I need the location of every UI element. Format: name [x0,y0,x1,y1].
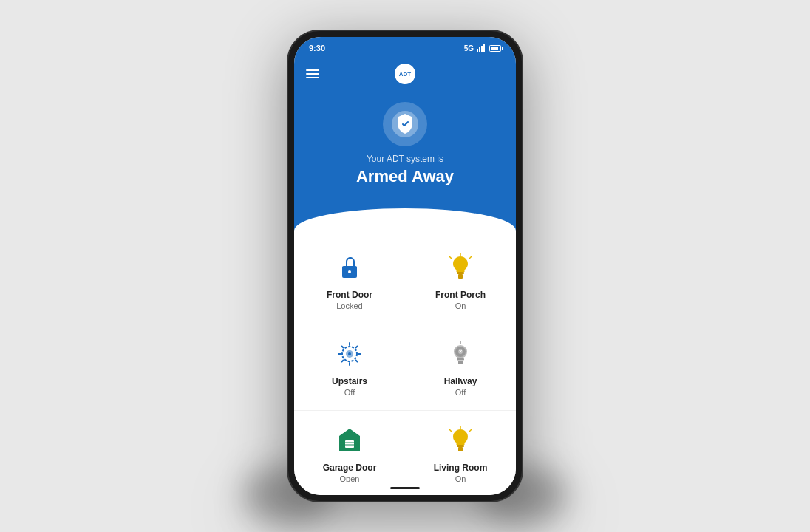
top-nav: ADT [294,58,516,90]
living-room-status: On [455,474,466,482]
battery-icon [489,45,501,52]
device-living-room[interactable]: Living Room On [405,411,516,482]
front-door-icon [333,251,366,284]
svg-rect-26 [345,440,354,448]
devices-grid: Front Door Locked [294,238,516,482]
hero-title: Armed Away [356,167,454,186]
adt-logo-text: ADT [399,71,411,78]
hallway-icon: × [444,338,477,370]
home-indicator [294,482,516,495]
hero-subtitle: Your ADT system is [367,154,443,164]
svg-line-16 [342,361,344,362]
shield-icon [392,111,418,137]
device-front-door[interactable]: Front Door Locked [294,238,405,324]
status-bar: 9:30 5G [294,37,516,58]
upstairs-icon [333,338,366,370]
svg-line-17 [356,361,358,362]
signal-strength-icon [477,44,485,52]
status-time: 9:30 [309,44,325,52]
device-garage-door[interactable]: Garage Door Open [294,411,405,482]
hallway-status: Off [455,388,466,397]
upstairs-name: Upstairs [332,376,367,386]
status-icons: 5G [464,44,501,52]
svg-line-33 [469,429,472,432]
svg-rect-4 [458,274,463,279]
svg-point-2 [348,270,351,273]
shield-icon-container[interactable] [383,102,427,146]
front-porch-status: On [455,301,466,310]
hamburger-line [306,69,319,71]
svg-line-7 [469,256,472,259]
home-bar [390,487,420,489]
svg-line-18 [342,347,344,348]
adt-logo: ADT [393,62,417,86]
device-front-porch[interactable]: Front Porch On [405,238,516,324]
phone-screen: 9:30 5G [294,37,516,495]
garage-door-name: Garage Door [323,463,377,473]
upstairs-status: Off [344,388,355,397]
svg-line-6 [449,256,452,259]
phone-body: 9:30 5G [287,30,523,502]
phone-device: 9:30 5G [287,30,523,502]
garage-door-icon [333,424,366,457]
hamburger-line [306,73,319,75]
living-room-icon [444,424,477,457]
devices-section: Front Door Locked [294,231,516,482]
svg-rect-23 [457,358,464,361]
svg-line-32 [449,429,452,432]
signal-text: 5G [464,44,474,52]
front-porch-icon [444,251,477,284]
wave-divider [294,208,516,231]
drag-handle[interactable] [396,213,414,215]
svg-rect-3 [457,272,464,274]
front-door-name: Front Door [327,290,372,300]
hamburger-menu-button[interactable] [306,69,319,78]
hero-section: Your ADT system is Armed Away [294,90,516,208]
front-porch-name: Front Porch [435,290,486,300]
svg-rect-29 [457,445,464,447]
device-upstairs[interactable]: Upstairs Off [294,324,405,411]
svg-rect-24 [458,361,463,364]
device-hallway[interactable]: × Hallway Off [405,324,516,411]
living-room-name: Living Room [434,463,488,473]
garage-door-status: Open [340,474,360,482]
svg-line-15 [356,347,358,348]
svg-point-10 [348,352,351,355]
svg-text:×: × [459,348,463,355]
front-door-status: Locked [336,301,362,310]
svg-rect-30 [458,447,463,451]
hallway-name: Hallway [444,376,477,386]
hamburger-line [306,77,319,78]
